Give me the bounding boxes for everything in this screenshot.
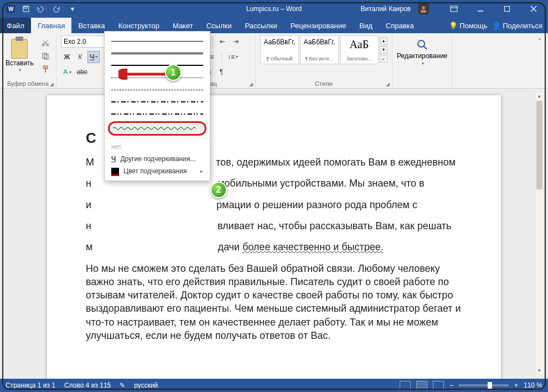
underline-color[interactable]: Цвет подчеркивания▸: [105, 165, 210, 177]
group-clipboard: Вставить ▾ Буфер обмена◢: [0, 33, 56, 88]
underline-style-dashed[interactable]: [105, 84, 210, 96]
wavy-underlined-text: более качественно и быстрее.: [242, 241, 384, 252]
editing-label: Редактирование: [397, 52, 447, 60]
underline-style-double[interactable]: [105, 47, 210, 59]
group-label-clipboard: Буфер обмена: [7, 80, 49, 87]
paste-label: Вставить: [6, 59, 34, 67]
styles-gallery[interactable]: АаБбВвГг,¶ Обычный АаБбВвГг,¶ Без инте..…: [260, 35, 387, 64]
annotation-arrow: [118, 69, 172, 80]
tab-review[interactable]: Рецензирование: [284, 18, 353, 33]
svg-rect-5: [451, 6, 457, 12]
read-mode-icon[interactable]: [400, 381, 411, 390]
underline-none[interactable]: нет: [105, 141, 210, 153]
group-editing: Редактирование ▾: [392, 33, 452, 88]
line-spacing-icon[interactable]: ↕≡▾: [225, 51, 240, 63]
close-button[interactable]: [521, 0, 546, 18]
underline-style-single[interactable]: [105, 35, 210, 47]
group-label-styles: Стили: [315, 80, 333, 87]
word-count[interactable]: Слово 4 из 115: [64, 381, 111, 389]
dialog-launcher-icon[interactable]: ◢: [249, 81, 253, 87]
scroll-up-icon[interactable]: ▴: [535, 93, 544, 101]
find-button[interactable]: Редактирование ▾: [397, 35, 447, 66]
svg-point-12: [418, 40, 425, 47]
underline-button[interactable]: Ч▾: [87, 51, 100, 63]
tab-home[interactable]: Главная: [31, 18, 71, 33]
underline-style-wavy[interactable]: [108, 121, 206, 136]
user-avatar-icon[interactable]: [416, 2, 431, 16]
share-button[interactable]: 👤 Поделиться: [492, 22, 542, 30]
redo-icon[interactable]: [50, 2, 64, 16]
ribbon-tabs: Файл Главная Вставка Конструктор Макет С…: [0, 18, 548, 33]
status-bar: Страница 1 из 1 Слово 4 из 115 ✎ русский…: [0, 379, 548, 392]
search-icon: [416, 39, 428, 51]
zoom-out-button[interactable]: −: [449, 381, 453, 389]
undo-icon[interactable]: ▾: [34, 2, 49, 16]
underline-more[interactable]: ЧДругие подчеркивания...: [105, 153, 210, 165]
strikethrough-button[interactable]: abc: [75, 66, 90, 78]
svg-text:W: W: [8, 6, 14, 12]
maximize-button[interactable]: [495, 0, 519, 18]
body-paragraph: Но мы не сможем это сделать без Вашей об…: [86, 262, 462, 343]
language-indicator[interactable]: русский: [134, 381, 158, 389]
document-area[interactable]: С Мтов, одержимых идеей помогать Вам в е…: [0, 89, 548, 379]
zoom-slider[interactable]: [459, 384, 509, 386]
vertical-scrollbar[interactable]: ▴ ▾: [535, 93, 544, 375]
dialog-launcher-icon[interactable]: ◢: [386, 81, 390, 87]
show-marks-icon[interactable]: ¶: [215, 66, 228, 78]
tab-view[interactable]: Вид: [353, 18, 379, 33]
scroll-thumb[interactable]: [536, 101, 542, 189]
copy-icon[interactable]: [39, 50, 51, 62]
callout-1: 1: [165, 64, 182, 81]
web-layout-icon[interactable]: [433, 381, 444, 390]
paste-button[interactable]: Вставить ▾: [4, 35, 37, 75]
print-layout-icon[interactable]: [416, 381, 427, 390]
svg-point-3: [422, 6, 425, 9]
ribbon-display-options-icon[interactable]: [442, 0, 466, 18]
underline-style-menu: нет ЧДругие подчеркивания... Цвет подчер…: [104, 31, 210, 181]
format-painter-icon[interactable]: [39, 63, 51, 75]
group-styles: АаБбВвГг,¶ Обычный АаБбВвГг,¶ Без инте..…: [256, 33, 392, 88]
bold-button[interactable]: Ж: [61, 51, 73, 63]
clipboard-icon: [10, 37, 29, 59]
svg-rect-4: [421, 10, 426, 13]
save-icon[interactable]: [19, 2, 33, 16]
decrease-indent-icon[interactable]: ⇤: [216, 35, 229, 48]
collapse-ribbon-icon[interactable]: ˄: [534, 35, 546, 48]
tell-me[interactable]: 💡 Помощь: [449, 22, 488, 30]
qat-customize-icon[interactable]: ▾: [65, 2, 80, 16]
body-line: мдачи более качественно и быстрее.: [86, 240, 462, 254]
minimize-button[interactable]: [468, 0, 493, 18]
increase-indent-icon[interactable]: ⇥: [230, 35, 242, 48]
window-title: Lumpics.ru – Word: [246, 5, 302, 13]
dialog-launcher-icon[interactable]: ◢: [50, 81, 54, 87]
page-indicator[interactable]: Страница 1 из 1: [6, 381, 55, 389]
underline-style-dot-dash[interactable]: [105, 96, 210, 108]
style-no-spacing[interactable]: АаБбВвГг,¶ Без инте...: [300, 35, 339, 64]
word-app-icon: W: [3, 2, 18, 16]
callout-2: 2: [210, 182, 227, 198]
zoom-in-button[interactable]: +: [514, 381, 518, 389]
svg-rect-11: [43, 66, 48, 69]
text-effects-button[interactable]: A▾: [61, 66, 74, 78]
cut-icon[interactable]: [39, 37, 51, 49]
tab-help[interactable]: Справка: [379, 18, 421, 33]
user-name[interactable]: Виталий Каиров: [360, 5, 411, 13]
title-bar: W ▾ ▾ Lumpics.ru – Word Виталий Каиров: [0, 0, 548, 18]
body-line: ирмации о решении разного рода проблем с: [86, 198, 462, 212]
underline-style-dot-dot-dash[interactable]: [105, 108, 210, 120]
svg-rect-6: [505, 7, 510, 12]
spellcheck-icon[interactable]: ✎: [120, 381, 125, 389]
style-heading1[interactable]: АаБЗаголово...: [340, 35, 379, 64]
zoom-level[interactable]: 110 %: [524, 381, 542, 389]
tab-mailings[interactable]: Рассылки: [238, 18, 283, 33]
tab-file[interactable]: Файл: [0, 18, 31, 33]
body-line: нвливает нас, чтобы рассказывать Вам, ка…: [86, 219, 462, 233]
scroll-down-icon[interactable]: ▾: [535, 368, 544, 375]
color-swatch-icon: [111, 168, 119, 174]
ribbon: Вставить ▾ Буфер обмена◢ ▾ ▾ Ж К Ч▾ A▾ a…: [0, 33, 548, 89]
gallery-scroll[interactable]: ▴▾⌄: [380, 37, 387, 63]
italic-button[interactable]: К: [74, 51, 86, 63]
style-normal[interactable]: АаБбВвГг,¶ Обычный: [260, 35, 299, 64]
